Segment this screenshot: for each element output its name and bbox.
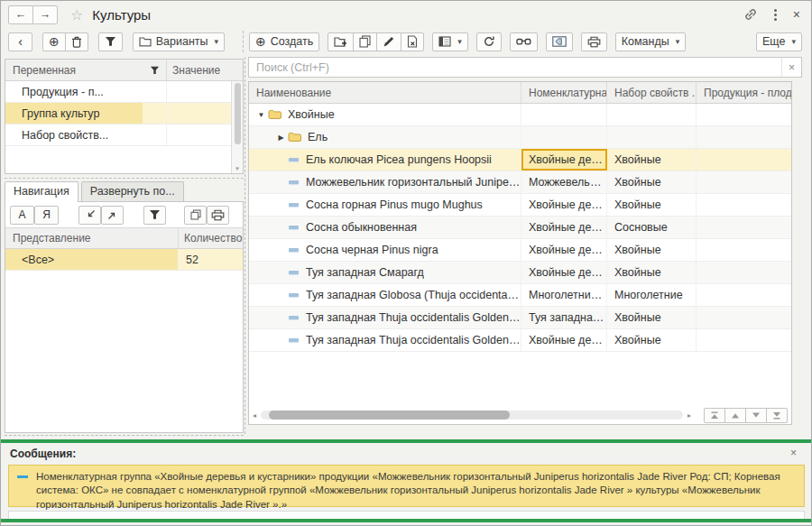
cell-c4[interactable] bbox=[697, 149, 791, 171]
cell-c2[interactable] bbox=[521, 126, 607, 148]
expand-all-button[interactable] bbox=[101, 206, 124, 225]
cell-c2[interactable]: Хвойные дерев... bbox=[521, 262, 607, 283]
cell-c4[interactable] bbox=[697, 217, 791, 238]
search-clear-icon[interactable]: × bbox=[781, 58, 801, 77]
cell-name[interactable]: Можжевельник горизонтальный Juniperus ho… bbox=[249, 171, 521, 193]
tree-group-row[interactable]: ▼Хвойные bbox=[249, 104, 791, 126]
scroll-left-icon[interactable]: ◂ bbox=[253, 411, 256, 420]
cell-c3[interactable]: Многолетние bbox=[607, 284, 697, 306]
cell-count[interactable]: 52 bbox=[178, 249, 243, 270]
cell-c4[interactable] bbox=[697, 194, 791, 216]
cell-name[interactable]: Сосна черная Pinus nigra bbox=[249, 239, 521, 261]
panel-splitter[interactable] bbox=[5, 178, 244, 179]
cell-c4[interactable] bbox=[697, 171, 791, 193]
cell-name[interactable]: Туя западная Globosa (Thuja occidentalis… bbox=[249, 284, 521, 306]
tree-group-row[interactable]: ▶Ель bbox=[249, 126, 791, 149]
mark-deletion-button[interactable] bbox=[401, 32, 424, 51]
cell-c3[interactable]: Сосновые bbox=[607, 217, 697, 238]
close-window-icon[interactable]: × bbox=[793, 7, 800, 22]
link-icon[interactable] bbox=[743, 7, 758, 22]
table-row-selected[interactable]: Группа культур bbox=[5, 103, 231, 125]
commands-button[interactable]: Команды ▾ bbox=[615, 32, 687, 51]
tab-navigation[interactable]: Навигация bbox=[5, 181, 78, 202]
column-value[interactable]: Значение bbox=[166, 60, 231, 80]
column-variable[interactable]: Переменная bbox=[5, 64, 143, 77]
tree-item-row[interactable]: Сосна черная Pinus nigraХвойные дерев...… bbox=[249, 239, 791, 262]
cell-value[interactable] bbox=[166, 81, 231, 102]
more-menu-icon[interactable] bbox=[774, 9, 777, 21]
scrollbar-thumb[interactable] bbox=[235, 83, 241, 144]
cell-variable[interactable]: Набор свойств... bbox=[5, 125, 143, 145]
cell-name[interactable]: Сосна обыкновенная bbox=[249, 217, 521, 238]
tree-item-row[interactable]: Туя западная Thuja occidentalis Golden G… bbox=[249, 329, 791, 352]
column-property-set[interactable]: Набор свойств ... bbox=[607, 82, 697, 103]
tree-item-row[interactable]: Ель колючая Picea pungens HoopsiiХвойные… bbox=[249, 149, 791, 171]
delete-button[interactable] bbox=[65, 32, 88, 51]
tree-item-row[interactable]: Туя западная СмарагдХвойные дерев...Хвой… bbox=[249, 262, 791, 284]
cell-name[interactable]: Туя западная Thuja occidentalis Golden G… bbox=[249, 329, 521, 351]
cell-c3[interactable]: Хвойные bbox=[607, 149, 697, 171]
tree-item-row[interactable]: Можжевельник горизонтальный Juniperus ho… bbox=[249, 171, 791, 194]
cell-name[interactable]: Ель колючая Picea pungens Hoopsii bbox=[249, 149, 521, 171]
filter-button[interactable] bbox=[98, 32, 123, 51]
sort-desc-button[interactable]: Я bbox=[34, 206, 59, 225]
cell-c2[interactable]: Хвойные дерев... bbox=[521, 217, 607, 238]
variants-button[interactable]: Варианты ▾ bbox=[133, 32, 225, 51]
cell-c2[interactable]: Хвойные дерев... bbox=[521, 194, 607, 216]
cell-c3[interactable]: Хвойные bbox=[607, 171, 697, 193]
back-button[interactable]: ← bbox=[8, 5, 33, 24]
cell-c4[interactable] bbox=[697, 126, 791, 148]
print-button[interactable] bbox=[581, 32, 607, 51]
tree-item-row[interactable]: Туя западная Globosa (Thuja occidentalis… bbox=[249, 284, 791, 307]
nav-filter-button[interactable] bbox=[143, 206, 166, 225]
column-production[interactable]: Продукция - плоды, bbox=[697, 82, 791, 103]
cell-c3[interactable]: Хвойные bbox=[607, 194, 697, 216]
list-settings-button[interactable]: ▾ bbox=[432, 32, 468, 51]
tab-expand-by[interactable]: Развернуть по... bbox=[81, 181, 184, 201]
cell-c3[interactable]: Хвойные bbox=[607, 329, 697, 351]
table-row[interactable]: Продукция - п... bbox=[5, 81, 231, 103]
go-first-button[interactable] bbox=[704, 408, 725, 423]
preview-panel-button[interactable] bbox=[546, 32, 573, 51]
nav-print-button[interactable] bbox=[207, 206, 229, 225]
nav-row-all[interactable]: <Все> 52 bbox=[5, 249, 243, 271]
create-button[interactable]: ⊕ Создать bbox=[249, 32, 319, 51]
message-item[interactable]: Номенклатурная группа «Хвойные деревья и… bbox=[8, 465, 805, 507]
go-next-button[interactable] bbox=[745, 408, 767, 423]
cell-c2[interactable]: Можжевельник ... bbox=[521, 171, 607, 193]
column-nomenclature[interactable]: Номенклатурна... bbox=[521, 82, 607, 103]
cell-c2[interactable]: Хвойные дерев... bbox=[521, 239, 607, 261]
go-prev-button[interactable] bbox=[724, 408, 746, 423]
cell-c4[interactable] bbox=[697, 104, 791, 125]
create-group-button[interactable] bbox=[328, 32, 354, 51]
add-button[interactable]: ⊕ bbox=[42, 32, 66, 51]
tree-expanded-icon[interactable]: ▼ bbox=[254, 111, 268, 119]
cell-name[interactable]: Туя западная Thuja occidentalis Golden B… bbox=[249, 307, 521, 328]
tree-item-row[interactable]: Сосна обыкновеннаяХвойные дерев...Соснов… bbox=[249, 217, 791, 239]
more-button[interactable]: Еще ▾ bbox=[756, 32, 802, 51]
messages-close-icon[interactable]: × bbox=[790, 447, 797, 459]
scrollbar-thumb[interactable] bbox=[269, 411, 510, 420]
column-name[interactable]: Наименование bbox=[249, 82, 521, 103]
go-last-button[interactable] bbox=[766, 408, 788, 423]
cell-variable[interactable]: Продукция - п... bbox=[5, 81, 143, 102]
scroll-down-icon[interactable]: ▾ bbox=[232, 165, 243, 172]
cell-c2[interactable]: Многолетние ра... bbox=[521, 284, 607, 306]
search-input[interactable] bbox=[249, 61, 781, 74]
cell-c3[interactable] bbox=[607, 126, 697, 148]
cell-c4[interactable] bbox=[697, 329, 791, 351]
cell-view[interactable]: <Все> bbox=[5, 249, 178, 270]
forward-button[interactable]: → bbox=[32, 5, 58, 24]
cell-name[interactable]: Туя западная Смарагд bbox=[249, 262, 521, 283]
cell-value[interactable] bbox=[166, 103, 231, 124]
tree-item-row[interactable]: Туя западная Thuja occidentalis Golden B… bbox=[249, 307, 791, 329]
cell-c3[interactable]: Хвойные bbox=[607, 239, 697, 261]
cell-name[interactable]: Сосна горная Pinus mugo Mughus bbox=[249, 194, 521, 216]
header-filter[interactable] bbox=[143, 66, 166, 75]
params-scrollbar[interactable]: ▾ bbox=[231, 81, 243, 173]
column-view[interactable]: Представление bbox=[5, 232, 178, 245]
cell-name[interactable]: ▼Хвойные bbox=[249, 104, 521, 125]
table-row[interactable]: Набор свойств... bbox=[5, 125, 231, 146]
cell-c4[interactable] bbox=[697, 307, 791, 328]
collapse-all-button[interactable] bbox=[78, 206, 101, 225]
